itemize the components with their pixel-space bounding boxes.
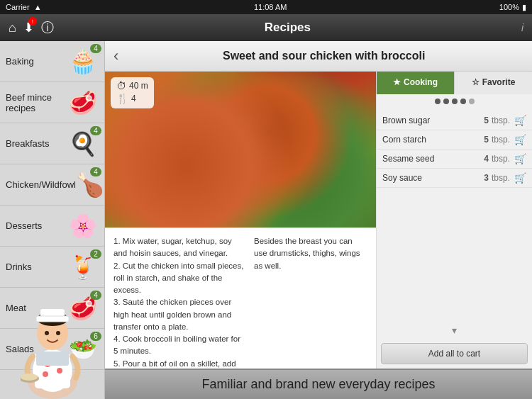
download-icon[interactable]: ⬇!	[23, 20, 34, 35]
tab-favorite[interactable]: ☆ Favorite	[454, 72, 532, 94]
cart-icon-0[interactable]: 🛒	[514, 115, 526, 126]
cart-icon-3[interactable]: 🛒	[514, 172, 526, 184]
svg-point-14	[21, 373, 38, 381]
recipe-left-panel: ⏱ 40 m 🍴 4 1. Mix water, sugar, ketchup,…	[105, 72, 376, 369]
battery-icon: ▮	[522, 3, 526, 12]
ingredients-list: Brown sugar 5 tbsp. 🛒 Corn starch 5 tbsp…	[377, 108, 532, 322]
baking-badge: 4	[90, 44, 101, 53]
sidebar-item-beef[interactable]: Beef mince recipes 🥩	[0, 82, 104, 123]
sidebar-item-baking[interactable]: Baking 🧁 4	[0, 41, 104, 82]
ingredients-panel: ★ Cooking ☆ Favorite	[376, 72, 532, 369]
favorite-star-icon: ☆	[472, 77, 480, 87]
ingredient-row: Soy sauce 3 tbsp. 🛒	[377, 169, 532, 188]
svg-point-11	[45, 331, 49, 335]
ingredient-row: Brown sugar 5 tbsp. 🛒	[377, 111, 532, 130]
recipe-body: ⏱ 40 m 🍴 4 1. Mix water, sugar, ketchup,…	[105, 72, 532, 369]
cooking-star-icon: ★	[393, 77, 401, 87]
breakfast-badge: 4	[90, 126, 101, 135]
svg-rect-6	[36, 352, 69, 366]
instructions-area: 1. Mix water, sugar, ketchup, soy and ho…	[105, 227, 376, 369]
desserts-icon: 🌸	[66, 209, 100, 243]
home-icon[interactable]: ⌂	[9, 21, 16, 35]
dot-3	[452, 99, 458, 104]
cart-icon-2[interactable]: 🛒	[514, 153, 526, 164]
app-header: ⌂ ⬇! ⓘ Recipes i	[0, 14, 532, 41]
sidebar-item-breakfasts[interactable]: Breakfasts 🍳 4	[0, 123, 104, 164]
scroll-down-indicator: ▾	[377, 322, 532, 339]
dot-1	[435, 99, 440, 104]
panel-tabs: ★ Cooking ☆ Favorite	[377, 72, 532, 94]
drinks-badge: 2	[90, 249, 101, 259]
servings-meta: 🍴 4	[116, 93, 148, 104]
time-label: 11:08 AM	[254, 3, 287, 11]
servings-count: 4	[131, 94, 136, 103]
ingredient-row: Corn starch 5 tbsp. 🛒	[377, 130, 532, 150]
status-bar: Carrier ▲ 11:08 AM 100% ▮	[0, 0, 532, 14]
chicken-badge: 4	[90, 167, 101, 176]
svg-point-12	[56, 331, 60, 335]
svg-point-4	[57, 368, 62, 373]
dot-2	[443, 99, 449, 104]
chef-character	[0, 271, 105, 399]
instructions-text: 1. Mix water, sugar, ketchup, soy and ho…	[113, 235, 245, 361]
cart-icon-1[interactable]: 🛒	[514, 134, 526, 145]
dot-4	[460, 99, 466, 104]
fork-icon: 🍴	[116, 93, 128, 104]
chef-svg	[21, 289, 84, 399]
status-right: 100% ▮	[499, 3, 526, 12]
beef-icon: 🥩	[66, 86, 100, 120]
app-title: Recipes	[54, 21, 521, 35]
recipe-image: ⏱ 40 m 🍴 4	[105, 72, 376, 227]
cook-time: 40 m	[129, 81, 148, 91]
add-to-cart-button[interactable]: Add all to cart	[381, 343, 528, 364]
main-layout: Baking 🧁 4 Beef mince recipes 🥩 Breakfas…	[0, 41, 532, 399]
svg-rect-10	[36, 316, 69, 322]
ingredient-row: Sesame seed 4 tbsp. 🛒	[377, 150, 532, 169]
sidebar-item-chicken[interactable]: Chicken/Wildfowl 🍗 4	[0, 164, 104, 206]
recipe-title: Sweet and sour chicken with broccoli	[124, 50, 523, 62]
recipe-tip: Besides the breast you can use drumstick…	[254, 235, 367, 361]
clock-icon: ⏱	[116, 80, 126, 91]
status-left: Carrier ▲	[6, 3, 42, 11]
content-area: ‹ Sweet and sour chicken with broccoli ⏱…	[105, 41, 532, 399]
sidebar-item-desserts[interactable]: Desserts 🌸	[0, 206, 104, 247]
header-right-info[interactable]: i	[521, 22, 523, 33]
recipe-image-area: ⏱ 40 m 🍴 4	[105, 72, 376, 227]
tab-dots	[377, 94, 532, 108]
carrier-label: Carrier	[6, 3, 30, 11]
back-button[interactable]: ‹	[113, 47, 118, 65]
favorite-tab-label: Favorite	[482, 77, 516, 87]
dot-5	[469, 99, 475, 104]
cooking-tab-label: Cooking	[404, 77, 438, 87]
info-icon[interactable]: ⓘ	[41, 19, 54, 36]
sidebar: Baking 🧁 4 Beef mince recipes 🥩 Breakfas…	[0, 41, 105, 399]
bottom-tagline: Familiar and brand new everyday recipes	[119, 377, 518, 392]
time-meta: ⏱ 40 m	[116, 80, 148, 91]
tab-cooking[interactable]: ★ Cooking	[377, 72, 454, 94]
recipe-header: ‹ Sweet and sour chicken with broccoli	[105, 41, 532, 72]
battery-label: 100%	[499, 3, 519, 11]
header-left-icons: ⌂ ⬇! ⓘ	[9, 19, 54, 36]
svg-point-5	[43, 371, 48, 377]
bottom-bar: Familiar and brand new everyday recipes	[105, 369, 532, 399]
wifi-icon: ▲	[34, 3, 42, 11]
recipe-meta: ⏱ 40 m 🍴 4	[111, 77, 154, 108]
